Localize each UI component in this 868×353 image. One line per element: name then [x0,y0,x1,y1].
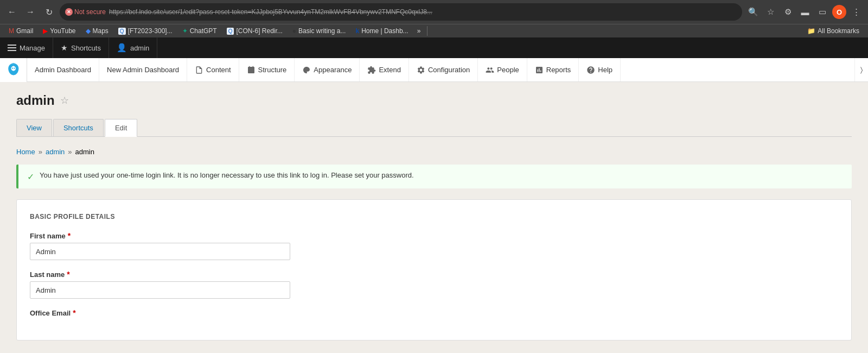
extensions-button[interactable]: ▬ [797,4,813,20]
address-bar[interactable]: ✕ Not secure https://bcf.lndo.site/user/… [60,3,742,21]
alert-check-icon: ✓ [27,172,34,182]
people-icon [486,66,494,74]
form-section: BASIC PROFILE DETAILS First name * Last … [16,199,852,341]
search-button[interactable]: 🔍 [745,4,761,20]
admin-user-label: admin [130,44,149,52]
bookmark-ft2023-label: [FT2023-300]... [128,27,173,35]
page-title: admin [16,93,55,108]
all-bookmarks-button[interactable]: 📁 All Bookmarks [803,26,864,36]
shortcuts-star-icon: ★ [61,43,68,52]
form-section-title: BASIC PROFILE DETAILS [30,213,838,220]
browser-nav-bar: ← → ↻ ✕ Not secure https://bcf.lndo.site… [0,0,868,24]
not-secure-indicator: ✕ Not secure [65,8,106,16]
manage-menu-item[interactable]: Manage [0,37,53,58]
user-avatar[interactable]: O [832,5,846,19]
drupal-logo-svg [5,62,22,78]
tab-shortcuts[interactable]: Shortcuts [53,119,104,136]
favorite-star-icon[interactable]: ☆ [60,94,69,106]
refresh-button[interactable]: ↻ [41,4,56,20]
nav-structure-label: Structure [258,66,287,74]
bookmark-button[interactable]: ☆ [763,4,778,20]
ft2023-icon: Q [118,28,126,35]
bookmarks-divider [427,26,427,36]
bookmark-chatgpt[interactable]: ✦ ChatGPT [178,26,221,36]
last-name-required: * [67,270,69,279]
svg-point-1 [14,67,15,68]
nav-reports[interactable]: Reports [527,58,579,81]
chatgpt-icon: ✦ [182,27,188,35]
office-email-required: * [73,308,75,317]
breadcrumb-current: admin [75,148,94,156]
bookmark-home[interactable]: k Home | Dashb... [351,26,412,36]
tab-view[interactable]: View [16,119,52,136]
bookmark-writing[interactable]: ● Basic writing a... [288,26,350,36]
page-content: admin ☆ View Shortcuts Edit Home » admin… [0,82,868,351]
nav-admin-dashboard[interactable]: Admin Dashboard [27,58,99,81]
bookmark-home-label: Home | Dashb... [361,27,408,35]
forward-button[interactable]: → [23,4,38,20]
svg-point-0 [12,67,13,68]
first-name-label-text: First name [30,232,66,240]
nav-configuration[interactable]: Configuration [409,58,478,81]
maps-icon: ◆ [86,27,91,35]
nav-people[interactable]: People [478,58,527,81]
nav-admin-dashboard-label: Admin Dashboard [35,66,91,74]
content-icon [195,66,203,74]
nav-extend[interactable]: Extend [360,58,409,81]
menu-button[interactable]: ⋮ [848,4,864,20]
shortcuts-label: Shortcuts [71,44,101,52]
bookmark-maps[interactable]: ◆ Maps [81,26,113,36]
extend-icon [367,66,376,74]
toggle-sidebar-button[interactable]: 〉 [854,58,868,81]
con6-icon: Q [227,28,234,35]
bookmark-youtube-label: YouTube [50,27,75,35]
breadcrumb-admin-link[interactable]: admin [46,148,65,156]
all-bookmarks-label: All Bookmarks [818,27,859,35]
shortcuts-menu-item[interactable]: ★ Shortcuts [53,37,109,58]
last-name-label-text: Last name [30,270,65,279]
breadcrumb: Home » admin » admin [16,148,852,156]
drupal-logo[interactable] [0,58,27,82]
last-name-field: Last name * [30,270,838,299]
bookmark-maps-label: Maps [93,27,108,35]
bookmarks-more-button[interactable]: » [414,26,424,36]
folder-icon: 📁 [807,27,815,35]
youtube-icon: ▶ [43,27,48,35]
last-name-input[interactable] [30,281,290,299]
home-icon: k [355,27,359,35]
appearance-icon [302,66,311,74]
bookmark-chatgpt-label: ChatGPT [190,27,217,35]
page-header: admin ☆ [16,93,852,108]
first-name-label: First name * [30,231,838,240]
nav-people-label: People [497,66,519,74]
bookmark-con6[interactable]: Q [CON-6] Redir... [222,26,287,36]
bookmark-ft2023[interactable]: Q [FT2023-300]... [114,26,177,36]
nav-structure[interactable]: Structure [239,58,295,81]
first-name-input[interactable] [30,243,290,260]
help-icon [586,66,595,74]
breadcrumb-home-link[interactable]: Home [16,148,35,156]
nav-content[interactable]: Content [187,58,239,81]
first-name-required: * [68,231,71,240]
settings-button[interactable]: ⚙ [780,4,795,20]
nav-appearance[interactable]: Appearance [295,58,360,81]
structure-icon [247,66,256,74]
tab-button[interactable]: ▭ [815,4,830,20]
nav-new-admin-dashboard[interactable]: New Admin Dashboard [99,58,187,81]
first-name-field: First name * [30,231,838,260]
back-button[interactable]: ← [4,4,20,20]
alert-message: You have just used your one-time login l… [40,171,414,179]
tab-edit[interactable]: Edit [105,119,137,137]
admin-user-menu-item[interactable]: 👤 admin [109,37,157,58]
not-secure-label: Not secure [74,8,106,16]
tab-shortcuts-label: Shortcuts [63,124,93,132]
hamburger-icon [8,45,16,51]
person-icon: 👤 [117,43,127,53]
bookmark-gmail[interactable]: M Gmail [4,26,37,36]
nav-help[interactable]: Help [579,58,621,81]
bookmarks-right: 📁 All Bookmarks [803,26,864,36]
bookmark-youtube[interactable]: ▶ YouTube [39,26,80,36]
admin-toolbar: Manage ★ Shortcuts 👤 admin [0,37,868,58]
not-secure-icon: ✕ [65,8,73,16]
drupal-top-nav: Admin Dashboard New Admin Dashboard Cont… [0,58,868,82]
